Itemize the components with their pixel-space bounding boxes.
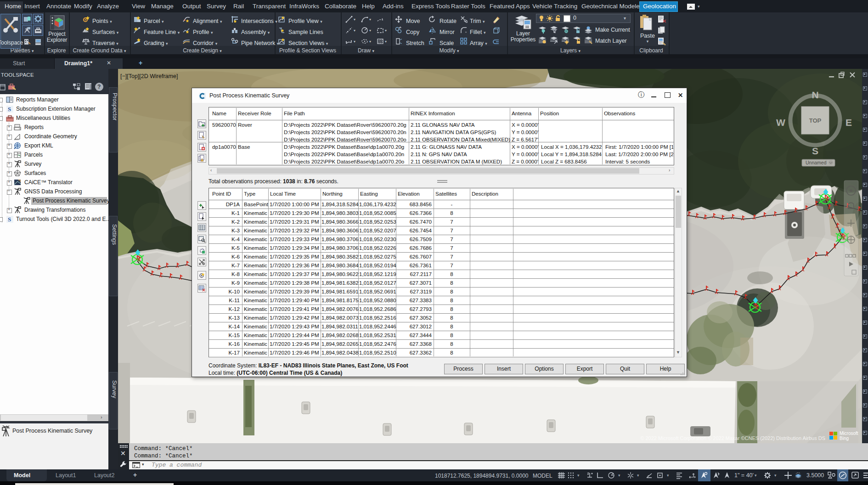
svg-text:S: S <box>8 106 11 113</box>
svg-text:TOP: TOP <box>809 117 822 124</box>
svg-text:W: W <box>776 117 785 128</box>
svg-text:Microsoft: Microsoft <box>840 431 858 436</box>
svg-text:Bing: Bing <box>840 436 849 441</box>
svg-text:S: S <box>8 216 11 223</box>
svg-text:N: N <box>812 90 818 100</box>
svg-text:© 2022 Microsoft Corporation ©: © 2022 Microsoft Corporation © 2022 Maxa… <box>640 435 825 441</box>
svg-text:[−][Top][2D Wireframe]: [−][Top][2D Wireframe] <box>120 73 178 79</box>
svg-text:Unnamed: Unnamed <box>806 160 827 165</box>
svg-text:E: E <box>845 117 852 128</box>
svg-text:S: S <box>812 146 818 156</box>
